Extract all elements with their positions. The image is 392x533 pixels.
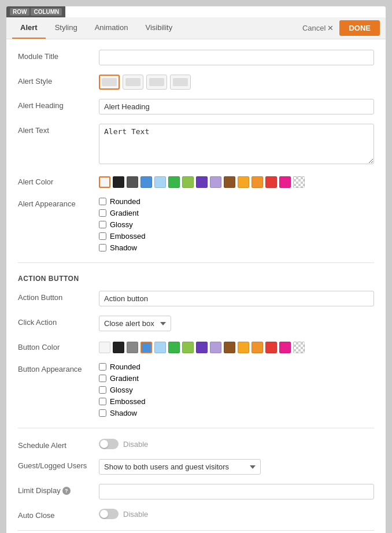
cancel-button[interactable]: Cancel ✕ [302,24,334,32]
alert-style-btn-4[interactable] [170,75,191,90]
action-button-label: Action Button [18,291,99,302]
button-color-swatch-5[interactable] [168,342,180,353]
schedule-alert-toggle[interactable] [99,439,119,449]
button-color-swatch-3[interactable] [140,342,152,353]
alert-color-swatch-11[interactable] [252,176,263,188]
done-button[interactable]: DONE [339,20,380,36]
button-color-swatch-12[interactable] [265,342,277,353]
button-color-swatch-14[interactable] [293,342,305,353]
alert-shadow-checkbox[interactable]: Shadow [99,243,374,252]
btn-shadow-checkbox[interactable]: Shadow [99,409,374,417]
tab-visibility[interactable]: Visibility [137,17,180,39]
alert-text-label: Alert Text [18,124,99,135]
limit-display-input[interactable] [99,484,374,499]
button-color-label: Button Color [18,340,99,351]
button-color-swatches [99,342,374,353]
tabs-header: Alert Styling Animation Visibility Cance… [6,17,386,39]
alert-color-swatch-5[interactable] [168,176,180,188]
button-color-swatch-10[interactable] [238,342,249,353]
button-color-swatch-4[interactable] [154,342,166,353]
alert-color-swatch-0[interactable] [99,176,110,188]
button-color-swatch-0[interactable] [99,342,110,353]
button-color-swatch-6[interactable] [182,342,194,353]
button-color-swatch-7[interactable] [196,342,208,353]
auto-close-toggle-knob [100,510,108,518]
alert-color-swatch-6[interactable] [182,176,194,188]
alert-style-label: Alert Style [18,75,99,86]
button-color-swatch-8[interactable] [210,342,221,353]
btn-embossed-checkbox[interactable]: Embossed [99,397,374,406]
alert-style-row: Alert Style [18,70,374,94]
alert-heading-label: Alert Heading [18,99,99,110]
row-column-badge: ROW COLUMN [6,6,65,17]
guest-logged-row: Guest/Logged Users Show to both users an… [18,454,374,479]
alert-style-btn-3[interactable] [146,75,167,90]
alert-style-btn-2[interactable] [123,75,143,90]
alert-glossy-checkbox[interactable]: Glossy [99,220,374,229]
alert-color-swatch-9[interactable] [224,176,235,188]
button-color-swatch-1[interactable] [113,342,124,353]
alert-color-label: Alert Color [18,175,99,186]
limit-display-help-icon[interactable]: ? [62,487,71,495]
btn-glossy-checkbox[interactable]: Glossy [99,386,374,394]
section-divider-2 [18,428,374,428]
schedule-alert-label: Schedule Alert [18,439,99,450]
form-body: Module Title Alert Style Alert Heading [6,39,386,533]
tab-alert[interactable]: Alert [12,17,46,39]
module-title-label: Module Title [18,50,99,61]
toggle-knob [100,440,108,448]
module-title-input[interactable] [99,50,374,65]
alert-color-swatch-4[interactable] [154,176,166,188]
section-divider-1 [18,262,374,263]
alert-color-swatch-12[interactable] [265,176,277,188]
click-action-label: Click Action [18,316,99,327]
button-color-row: Button Color [18,336,374,358]
close-icon: ✕ [327,24,334,32]
click-action-row: Click Action Close alert box Open URL No… [18,311,374,336]
alert-color-swatch-10[interactable] [238,176,249,188]
module-title-row: Module Title [18,45,374,70]
alert-color-swatch-7[interactable] [196,176,208,188]
button-appearance-checkboxes: Rounded Gradient Glossy Embossed Shadow [99,362,374,417]
alert-heading-input[interactable] [99,99,374,114]
button-color-swatch-9[interactable] [224,342,235,353]
alert-text-row: Alert Text Alert Text [18,119,374,171]
btn-gradient-checkbox[interactable]: Gradient [99,374,374,383]
button-appearance-row: Button Appearance Rounded Gradient Gloss… [18,358,374,422]
btn-rounded-checkbox[interactable]: Rounded [99,362,374,371]
tab-animation[interactable]: Animation [87,17,136,39]
auto-close-label: Auto Close [18,509,99,520]
auto-close-row: Auto Close Disable [18,504,374,524]
alert-heading-row: Alert Heading [18,94,374,119]
alert-text-input[interactable]: Alert Text [99,124,374,164]
action-button-section-title: ACTION BUTTON [18,269,374,286]
limit-display-label-group: Limit Display ? [18,486,99,495]
alert-color-swatch-3[interactable] [140,176,152,188]
auto-close-toggle-label: Disable [123,510,148,519]
alert-embossed-checkbox[interactable]: Embossed [99,232,374,240]
alert-color-swatch-8[interactable] [210,176,221,188]
alert-color-row: Alert Color [18,171,374,193]
guest-logged-select[interactable]: Show to both users and guest visitors Sh… [99,459,261,475]
auto-close-toggle[interactable] [99,509,119,519]
row-badge: ROW [10,8,29,16]
column-badge: COLUMN [31,8,62,16]
alert-color-swatch-2[interactable] [127,176,138,188]
schedule-alert-row: Schedule Alert Disable [18,434,374,454]
alert-color-swatch-14[interactable] [293,176,305,188]
alert-color-swatch-13[interactable] [279,176,291,188]
button-color-swatch-2[interactable] [127,342,138,353]
alert-color-swatch-1[interactable] [113,176,124,188]
schedule-alert-toggle-label: Disable [123,440,148,449]
alert-gradient-checkbox[interactable]: Gradient [99,209,374,217]
tab-styling[interactable]: Styling [47,17,86,39]
alert-color-swatches [99,176,374,188]
action-button-input[interactable] [99,291,374,306]
button-color-swatch-11[interactable] [252,342,263,353]
limit-display-row: Limit Display ? [18,479,374,504]
alert-appearance-label: Alert Appearance [18,197,99,208]
alert-style-btn-1[interactable] [99,75,120,90]
alert-rounded-checkbox[interactable]: Rounded [99,197,374,206]
button-color-swatch-13[interactable] [279,342,291,353]
click-action-select[interactable]: Close alert box Open URL No action [99,316,171,331]
